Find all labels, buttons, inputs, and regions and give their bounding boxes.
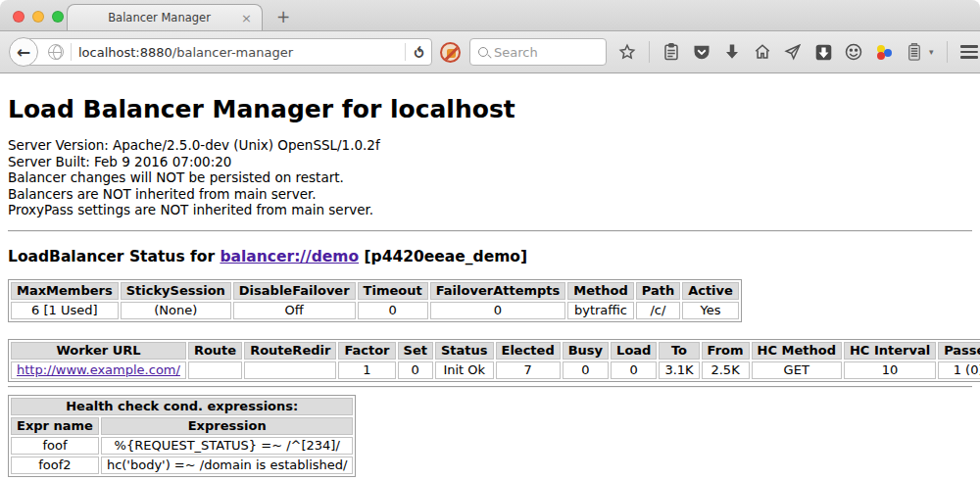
- column-header: StickySession: [121, 282, 231, 300]
- balancer-link[interactable]: balancer://demo: [220, 248, 359, 265]
- table-cell: 0: [563, 361, 609, 379]
- balancer-status-heading: LoadBalancer Status for balancer://demo …: [8, 248, 972, 265]
- toolbar-divider: [649, 41, 650, 63]
- search-placeholder: Search: [494, 45, 538, 60]
- table-cell: Init Ok: [435, 361, 494, 379]
- browser-tab[interactable]: Balancer Manager ×: [67, 4, 263, 30]
- server-info-line: Balancer changes will NOT be persisted o…: [8, 169, 972, 186]
- minimize-window-button[interactable]: [32, 11, 44, 23]
- status-heading-suffix: [p4420eeae_demo]: [359, 248, 527, 265]
- table-cell: Off: [233, 302, 356, 319]
- reading-list-icon[interactable]: [662, 43, 680, 61]
- menu-hamburger-icon[interactable]: [960, 45, 978, 59]
- table-cell: GET: [752, 361, 842, 379]
- worker-url-cell: http://www.example.com/: [11, 361, 186, 379]
- column-header: Passes: [938, 342, 980, 360]
- pocket-icon[interactable]: [693, 43, 710, 61]
- colored-dots-extension-icon[interactable]: [875, 43, 893, 61]
- tab-bar: Balancer Manager × +: [0, 0, 980, 31]
- url-bar-group: ← localhost:8880/balancer-manager ⟳: [9, 37, 432, 67]
- site-identity-globe-icon[interactable]: [48, 44, 64, 60]
- section-divider: [8, 230, 972, 232]
- zoom-window-button[interactable]: [52, 11, 64, 23]
- column-header: HC Interval: [844, 342, 936, 360]
- tab-close-icon[interactable]: ×: [241, 12, 252, 24]
- server-info-line: Server Built: Feb 9 2016 07:00:20: [8, 154, 972, 170]
- search-icon: [478, 47, 488, 57]
- downloads-icon[interactable]: [723, 43, 741, 61]
- column-header: RouteRedir: [244, 342, 336, 360]
- close-window-button[interactable]: [13, 11, 24, 23]
- url-bar[interactable]: localhost:8880/balancer-manager ⟳: [24, 38, 432, 66]
- column-header: Method: [567, 282, 633, 300]
- new-tab-button[interactable]: +: [276, 7, 290, 26]
- toolbar-divider: [947, 41, 948, 63]
- column-header: Load: [611, 342, 657, 360]
- page-content: Load Balancer Manager for localhost Serv…: [0, 95, 980, 481]
- tab-title: Balancer Manager: [77, 11, 241, 24]
- smiley-icon[interactable]: [845, 43, 862, 61]
- url-domain: localhost:8880: [78, 45, 172, 60]
- table-row: foof2 hc('body') =~ /domain is establish…: [11, 457, 353, 474]
- column-header: HC Method: [752, 342, 842, 360]
- bookmark-star-icon[interactable]: [618, 43, 636, 61]
- download-extension-icon[interactable]: [814, 43, 832, 61]
- urlbar-divider: [71, 43, 72, 61]
- table-cell: [188, 361, 242, 379]
- table-cell: 10: [844, 361, 936, 379]
- table-cell: 0: [430, 302, 566, 319]
- column-header: Path: [636, 282, 680, 300]
- health-check-table: Health check cond. expressions: Expr nam…: [8, 395, 356, 477]
- toolbar-icons: ▾: [618, 41, 980, 63]
- back-button[interactable]: ←: [9, 37, 38, 67]
- browser-window: Balancer Manager × + ← localhost:8880/ba…: [0, 0, 980, 481]
- health-table-caption: Health check cond. expressions:: [11, 398, 353, 415]
- dropdown-caret-icon[interactable]: ▾: [929, 47, 934, 57]
- home-icon[interactable]: [754, 43, 771, 61]
- section-divider: [8, 386, 972, 388]
- table-cell: 1: [338, 361, 395, 379]
- table-header-row: MaxMembers StickySession DisableFailover…: [11, 282, 739, 300]
- table-cell: 0: [398, 361, 433, 379]
- balancer-settings-table: MaxMembers StickySession DisableFailover…: [8, 279, 742, 322]
- column-header: MaxMembers: [11, 282, 119, 300]
- blocked-plugin-icon[interactable]: [440, 42, 461, 63]
- worker-table: Worker URL Route RouteRedir Factor Set S…: [8, 339, 980, 382]
- worker-url-link[interactable]: http://www.example.com/: [17, 362, 180, 377]
- server-info-line: Server Version: Apache/2.5.0-dev (Unix) …: [8, 137, 972, 154]
- navigation-toolbar: ← localhost:8880/balancer-manager ⟳ Sear…: [0, 31, 980, 73]
- send-plane-icon[interactable]: [784, 43, 802, 61]
- urlbar-divider: [405, 43, 406, 61]
- table-row: 6 [1 Used] (None) Off 0 0 bytraffic /c/ …: [11, 302, 739, 319]
- column-header: Busy: [563, 342, 609, 360]
- blocked-plugin-slash: [441, 43, 461, 62]
- window-controls: [13, 11, 64, 23]
- table-cell: (None): [121, 302, 231, 319]
- table-row: foof %{REQUEST_STATUS} =~ /^[234]/: [11, 437, 353, 455]
- column-header: Route: [188, 342, 242, 360]
- expr-name-cell: foof2: [11, 457, 99, 474]
- table-row: http://www.example.com/ 1 0 Init Ok 7 0 …: [11, 361, 980, 379]
- server-info-line: Balancers are NOT inherited from main se…: [8, 186, 972, 203]
- url-text[interactable]: localhost:8880/balancer-manager: [78, 45, 398, 60]
- column-header: Active: [682, 282, 739, 300]
- status-heading-prefix: LoadBalancer Status for: [8, 248, 220, 265]
- column-header: Set: [398, 342, 433, 360]
- column-header: Expr name: [11, 417, 99, 435]
- column-header: Worker URL: [11, 342, 186, 360]
- column-header: Elected: [496, 342, 561, 360]
- table-cell: 2.5K: [702, 361, 750, 379]
- search-bar[interactable]: Search: [469, 38, 607, 66]
- table-cell: 0: [358, 302, 428, 319]
- battery-widget-icon[interactable]: [906, 43, 923, 61]
- table-cell: 3.1K: [659, 361, 699, 379]
- column-header: Status: [435, 342, 494, 360]
- expression-cell: %{REQUEST_STATUS} =~ /^[234]/: [101, 437, 354, 455]
- server-info: Server Version: Apache/2.5.0-dev (Unix) …: [8, 137, 972, 218]
- expr-name-cell: foof: [11, 437, 99, 455]
- table-header-row: Expr name Expression: [11, 417, 353, 435]
- table-cell: /c/: [636, 302, 680, 319]
- reload-icon[interactable]: ⟳: [411, 46, 428, 59]
- url-path: /balancer-manager: [172, 45, 293, 60]
- table-cell: 0: [611, 361, 657, 379]
